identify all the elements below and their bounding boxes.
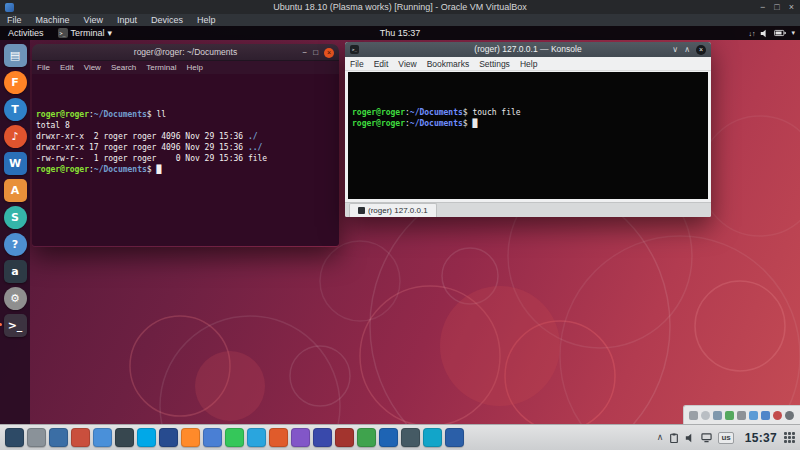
maximize-button[interactable]: ∧ — [684, 46, 690, 54]
menubar-item[interactable]: View — [79, 63, 106, 72]
dock-terminal[interactable]: >_ — [4, 314, 27, 337]
taskbar-app-icon[interactable] — [247, 428, 266, 447]
minimize-button[interactable]: − — [302, 49, 307, 57]
dock-ubuntu-software[interactable]: A — [4, 179, 27, 202]
terminal-line: roger@roger:~/Documents$ ll — [36, 109, 335, 120]
dock-rhythmbox[interactable]: ♪ — [4, 125, 27, 148]
menubar-item[interactable]: File — [32, 63, 55, 72]
menubar-item[interactable]: File — [0, 14, 29, 26]
taskbar-app-icon[interactable] — [5, 428, 24, 447]
taskbar-app-icon[interactable] — [269, 428, 288, 447]
dock-help[interactable]: ? — [4, 233, 27, 256]
gnome-terminal-titlebar[interactable]: roger@roger: ~/Documents − □ × — [32, 44, 339, 61]
minimize-button[interactable]: ∨ — [672, 46, 678, 54]
menubar-item[interactable]: Help — [190, 14, 223, 26]
dock-settings[interactable]: ⚙ — [4, 287, 27, 310]
shared-folders-icon[interactable] — [749, 411, 758, 420]
terminal-line: drwxr-xr-x 2 roger roger 4096 Nov 29 15:… — [36, 131, 335, 142]
terminal-text-segment: ~/Documents — [410, 119, 463, 128]
close-button[interactable]: × — [696, 45, 706, 55]
menubar-item[interactable]: View — [77, 14, 110, 26]
terminal-text-segment: roger@roger — [352, 119, 405, 128]
menubar-item[interactable]: Bookmarks — [422, 59, 475, 69]
panel-settings-icon[interactable] — [784, 432, 795, 443]
menubar-item[interactable]: File — [345, 59, 369, 69]
clock-button[interactable]: Thu 15:37 — [0, 28, 800, 38]
menubar-item[interactable]: Machine — [29, 14, 77, 26]
taskbar-app-icon[interactable] — [115, 428, 134, 447]
tray-expander-icon[interactable]: ∧ — [657, 433, 664, 442]
terminal-line: drwxr-xr-x 17 roger roger 4096 Nov 29 15… — [36, 142, 335, 153]
optical-disc-icon[interactable] — [701, 411, 710, 420]
system-status-area[interactable]: ↓↑ ▾ — [748, 26, 795, 40]
mouse-integration-icon[interactable] — [785, 411, 794, 420]
terminal-output[interactable]: roger@roger:~/Documents$ touch fileroger… — [348, 72, 708, 199]
taskbar-app-icon[interactable] — [93, 428, 112, 447]
dock-libreoffice-writer[interactable]: W — [4, 152, 27, 175]
taskbar-app-icon[interactable] — [27, 428, 46, 447]
taskbar-app-icon[interactable] — [49, 428, 68, 447]
konsole-tab-bar: (roger) 127.0.0.1 — [345, 202, 711, 217]
terminal-text-segment: drwxr-xr-x 17 roger roger 4096 Nov 29 15… — [36, 143, 248, 152]
menubar-item[interactable]: Devices — [144, 14, 190, 26]
maximize-button[interactable]: □ — [313, 49, 318, 57]
menubar-item[interactable]: Terminal — [141, 63, 181, 72]
usb-icon[interactable] — [737, 411, 746, 420]
menubar-item[interactable]: Input — [110, 14, 144, 26]
taskbar-app-icon[interactable] — [313, 428, 332, 447]
taskbar-app-icon[interactable] — [423, 428, 442, 447]
konsole-titlebar[interactable]: >_ (roger) 127.0.0.1 — Konsole ∨ ∧ × — [345, 42, 711, 57]
taskbar-app-icon[interactable] — [159, 428, 178, 447]
virtualbox-window-title: Ubuntu 18.10 (Plasma works) [Running] - … — [0, 2, 800, 12]
taskbar-app-icon[interactable] — [357, 428, 376, 447]
menubar-item[interactable]: Settings — [474, 59, 515, 69]
hdd-icon[interactable] — [689, 411, 698, 420]
window-title: roger@roger: ~/Documents — [32, 44, 339, 61]
virtualbox-titlebar: Ubuntu 18.10 (Plasma works) [Running] - … — [0, 0, 800, 14]
network-icon[interactable] — [725, 411, 734, 420]
taskbar-app-icon[interactable] — [401, 428, 420, 447]
menubar-item[interactable]: Edit — [55, 63, 79, 72]
dock-firefox[interactable]: F — [4, 71, 27, 94]
keyboard-layout-indicator[interactable]: us — [718, 432, 733, 444]
network-traffic-icon: ↓↑ — [748, 30, 755, 37]
recording-icon[interactable] — [773, 411, 782, 420]
maximize-button[interactable]: □ — [774, 0, 779, 14]
taskbar-app-icon[interactable] — [291, 428, 310, 447]
network-icon[interactable] — [701, 433, 712, 443]
volume-icon[interactable] — [685, 433, 695, 443]
dock-amazon[interactable]: a — [4, 260, 27, 283]
terminal-text-segment: ~/Documents — [94, 165, 147, 174]
terminal-text-segment: $ — [147, 165, 157, 174]
screen: Ubuntu 18.10 (Plasma works) [Running] - … — [0, 0, 800, 450]
menubar-item[interactable]: Edit — [369, 59, 394, 69]
minimize-button[interactable]: − — [760, 0, 765, 14]
konsole-tab[interactable]: (roger) 127.0.0.1 — [349, 203, 437, 217]
app-menu-button[interactable]: >_ Terminal ▾ — [52, 28, 119, 38]
audio-icon[interactable] — [713, 411, 722, 420]
taskbar-app-icon[interactable] — [335, 428, 354, 447]
taskbar-app-icon[interactable] — [379, 428, 398, 447]
dock-software-updater[interactable]: S — [4, 206, 27, 229]
dock-files[interactable]: ▤ — [4, 44, 27, 67]
taskbar-app-icon[interactable] — [181, 428, 200, 447]
display-icon[interactable] — [761, 411, 770, 420]
taskbar-app-icon[interactable] — [225, 428, 244, 447]
clock[interactable]: 15:37 — [745, 431, 777, 445]
activities-button[interactable]: Activities — [0, 26, 52, 40]
taskbar-app-icon[interactable] — [71, 428, 90, 447]
menubar-item[interactable]: Help — [181, 63, 207, 72]
taskbar-app-icon[interactable] — [137, 428, 156, 447]
app-menu-label: Terminal — [71, 28, 105, 38]
taskbar-app-icon[interactable] — [203, 428, 222, 447]
dock-thunderbird[interactable]: T — [4, 98, 27, 121]
terminal-output[interactable]: roger@roger:~/Documents$ lltotal 8drwxr-… — [32, 74, 339, 246]
taskbar-app-icon[interactable] — [445, 428, 464, 447]
close-button[interactable]: × — [789, 0, 794, 14]
menubar-item[interactable]: Search — [106, 63, 141, 72]
clipboard-icon[interactable] — [669, 433, 679, 443]
menubar-item[interactable]: Help — [515, 59, 542, 69]
terminal-text-segment: ~/Documents — [94, 110, 147, 119]
close-button[interactable]: × — [324, 48, 334, 58]
menubar-item[interactable]: View — [393, 59, 421, 69]
